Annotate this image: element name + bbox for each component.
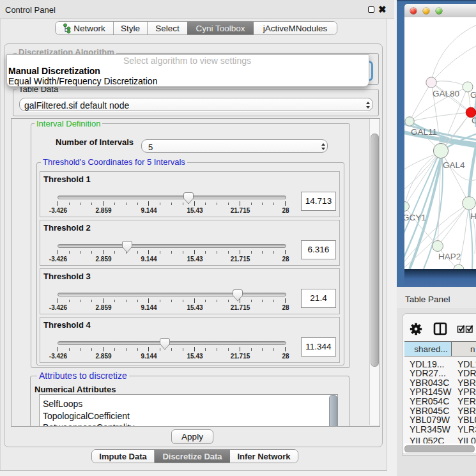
svg-text:H: H xyxy=(470,211,476,221)
svg-text:GAL11: GAL11 xyxy=(411,127,437,137)
svg-text:GAL80: GAL80 xyxy=(433,89,459,98)
svg-text:G.: G. xyxy=(470,90,476,100)
svg-text:C: C xyxy=(472,116,476,125)
svg-text:GCY1: GCY1 xyxy=(404,213,426,222)
svg-text:GAL4: GAL4 xyxy=(443,160,465,170)
svg-text:HAP2: HAP2 xyxy=(438,252,461,261)
